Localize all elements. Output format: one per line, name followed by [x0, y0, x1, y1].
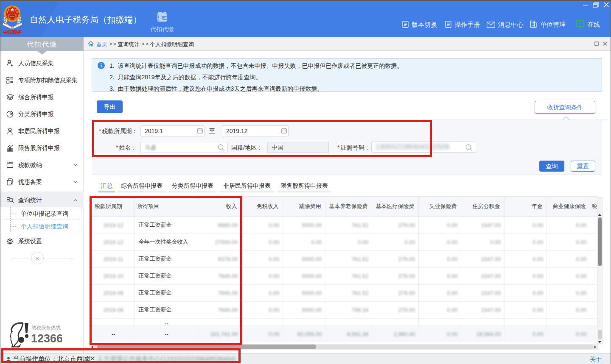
- svg-text:12366: 12366: [31, 332, 62, 345]
- svg-text:纳税服务热线: 纳税服务热线: [31, 325, 61, 330]
- svg-text:中国税务: 中国税务: [3, 30, 22, 35]
